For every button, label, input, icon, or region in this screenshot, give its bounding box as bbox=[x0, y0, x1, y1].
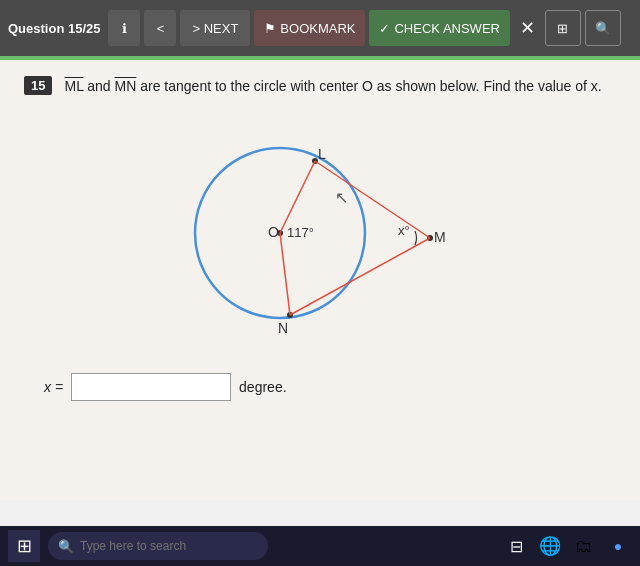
bookmark-button[interactable]: ⚑ BOOKMARK bbox=[254, 10, 365, 46]
search-icon: 🔍 bbox=[595, 21, 611, 36]
info-button[interactable]: ℹ bbox=[108, 10, 140, 46]
next-button[interactable]: > NEXT bbox=[180, 10, 250, 46]
start-button[interactable]: ⊞ bbox=[8, 530, 40, 562]
taskbar-icons: ⊟ 🌐 🗂 ● bbox=[502, 532, 632, 560]
taskbar: ⊞ 🔍 ⊟ 🌐 🗂 ● bbox=[0, 526, 640, 566]
taskbar-search-icon: 🔍 bbox=[58, 539, 74, 554]
bookmark-label: BOOKMARK bbox=[280, 21, 355, 36]
cursor-icon: ↖ bbox=[335, 189, 348, 206]
search-button[interactable]: 🔍 bbox=[585, 10, 621, 46]
prev-icon: < bbox=[157, 21, 165, 36]
m-label: M bbox=[434, 229, 446, 245]
windows-icon: ⊞ bbox=[17, 535, 32, 557]
ml-label: ML bbox=[64, 78, 83, 94]
svg-line-5 bbox=[315, 161, 430, 238]
answer-suffix: degree. bbox=[239, 379, 286, 395]
grid-icon: ⊞ bbox=[557, 21, 568, 36]
angle-117: 117° bbox=[287, 225, 314, 240]
check-answer-button[interactable]: ✓ CHECK ANSWER bbox=[369, 10, 509, 46]
svg-line-6 bbox=[290, 238, 430, 315]
answer-input[interactable] bbox=[71, 373, 231, 401]
question-count: Question 15/25 bbox=[8, 21, 100, 36]
mn-label: MN bbox=[115, 78, 137, 94]
next-icon: > NEXT bbox=[192, 21, 238, 36]
taskbar-view-icon[interactable]: ⊟ bbox=[502, 532, 530, 560]
taskbar-app-icon[interactable]: ● bbox=[604, 532, 632, 560]
check-label: CHECK ANSWER bbox=[394, 21, 499, 36]
x-angle: x° bbox=[398, 223, 410, 238]
rest-text: are tangent to the circle with center O … bbox=[140, 78, 601, 94]
question-row: 15 ML and MN are tangent to the circle w… bbox=[24, 76, 616, 97]
answer-label: x = bbox=[44, 379, 63, 395]
svg-line-7 bbox=[280, 161, 315, 233]
taskbar-globe-icon[interactable]: 🌐 bbox=[536, 532, 564, 560]
prev-button[interactable]: < bbox=[144, 10, 176, 46]
question-number: 15 bbox=[24, 76, 52, 95]
grid-button[interactable]: ⊞ bbox=[545, 10, 581, 46]
taskbar-search-input[interactable] bbox=[80, 539, 258, 553]
toolbar: Question 15/25 ℹ < > NEXT ⚑ BOOKMARK ✓ C… bbox=[0, 0, 640, 56]
answer-row: x = degree. bbox=[44, 373, 616, 401]
folder-icon: 🗂 bbox=[575, 536, 593, 557]
app-icon: ● bbox=[614, 538, 622, 554]
info-icon: ℹ bbox=[122, 21, 127, 36]
main-content: 15 ML and MN are tangent to the circle w… bbox=[0, 60, 640, 500]
check-icon: ✓ bbox=[379, 21, 390, 36]
svg-line-8 bbox=[280, 233, 290, 315]
view-icon: ⊟ bbox=[510, 537, 523, 556]
taskbar-folder-icon[interactable]: 🗂 bbox=[570, 532, 598, 560]
taskbar-search-bar[interactable]: 🔍 bbox=[48, 532, 268, 560]
and-text: and bbox=[87, 78, 114, 94]
n-label: N bbox=[278, 320, 288, 336]
bookmark-icon: ⚑ bbox=[264, 21, 276, 36]
diagram-svg: O 117° L N M x° ↖ bbox=[160, 113, 480, 353]
close-button[interactable]: ✕ bbox=[514, 17, 541, 39]
center-label: O bbox=[268, 224, 279, 240]
globe-icon: 🌐 bbox=[539, 535, 561, 557]
l-label: L bbox=[318, 146, 326, 162]
diagram-area: O 117° L N M x° ↖ bbox=[24, 113, 616, 353]
question-text: ML and MN are tangent to the circle with… bbox=[64, 76, 601, 97]
question-label: Question 15/25 bbox=[8, 21, 100, 36]
